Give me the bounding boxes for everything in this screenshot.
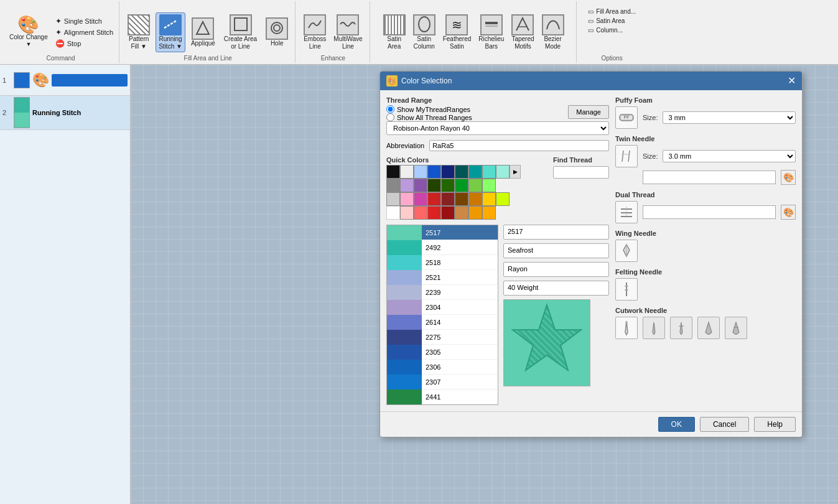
qc-cell[interactable] <box>496 165 510 179</box>
qc-cell[interactable] <box>414 165 427 179</box>
qc-cell[interactable] <box>468 165 482 179</box>
qc-cell[interactable] <box>468 206 482 220</box>
feathered-satin-button[interactable]: ≋ FeatheredSatin <box>440 12 475 52</box>
abbreviation-input[interactable] <box>429 140 609 151</box>
ok-button[interactable]: OK <box>658 417 695 432</box>
qc-cell[interactable] <box>427 206 441 220</box>
qc-cell[interactable] <box>414 192 427 206</box>
satin-area-button[interactable]: SatinArea <box>380 12 409 52</box>
color-list-item[interactable]: 2275 <box>387 330 498 345</box>
fill-area-option-button[interactable]: ▭ Fill Area and... <box>586 7 638 16</box>
cutwork-needle-icon-3[interactable] <box>670 317 692 339</box>
radio-my-thread[interactable]: Show MyThreadRanges <box>386 105 472 113</box>
tapered-motifs-button[interactable]: TaperedMotifs <box>508 12 537 52</box>
cutwork-needle-icon-2[interactable] <box>643 317 665 339</box>
cancel-button[interactable]: Cancel <box>700 417 749 432</box>
dual-thread-color-pick-button[interactable]: 🎨 <box>781 205 796 220</box>
qc-cell[interactable] <box>482 206 496 220</box>
pattern-fill-button[interactable]: PatternFill ▼ <box>124 12 153 52</box>
qc-cell[interactable] <box>468 179 482 192</box>
color-list-item[interactable]: 2614 <box>387 315 498 330</box>
emboss-line-button[interactable]: EmbossLine <box>300 12 329 52</box>
qc-cell[interactable] <box>400 206 414 220</box>
color-list-item[interactable]: 2517 <box>387 225 498 240</box>
multiwave-line-button[interactable]: MultiWaveLine <box>330 12 365 52</box>
stop-button[interactable]: ⛔ Stop <box>54 39 83 49</box>
qc-cell[interactable] <box>496 192 510 206</box>
cutwork-needle-icon-4[interactable] <box>697 317 720 339</box>
cutwork-needle-icon-button[interactable] <box>615 317 638 339</box>
qc-cell[interactable] <box>455 165 468 179</box>
qc-cell[interactable] <box>468 192 482 206</box>
qc-cell[interactable] <box>386 206 400 220</box>
qc-cell[interactable] <box>455 206 468 220</box>
color-list-item[interactable]: 2518 <box>387 255 498 270</box>
bezier-mode-button[interactable]: BezierMode <box>539 12 567 52</box>
color-list-item[interactable]: 2492 <box>387 240 498 255</box>
qc-cell[interactable] <box>427 179 441 192</box>
color-list-item[interactable]: 2304 <box>387 300 498 315</box>
qc-cell[interactable] <box>482 179 496 192</box>
felting-needle-icon-button[interactable] <box>615 278 638 301</box>
qc-cell[interactable] <box>386 165 400 179</box>
qc-cell[interactable] <box>482 165 496 179</box>
qc-cell[interactable] <box>441 179 455 192</box>
qc-cell[interactable] <box>441 165 455 179</box>
layer-row-1[interactable]: 1 🎨 <box>0 65 130 96</box>
qc-cell[interactable] <box>386 192 400 206</box>
puffy-foam-icon-button[interactable]: PF <box>615 106 638 129</box>
color-list-item[interactable]: 2239 <box>387 285 498 300</box>
twin-needle-size-dropdown[interactable]: 3.0 mm <box>663 150 796 162</box>
qc-cell[interactable] <box>427 192 441 206</box>
column-option-button[interactable]: ▭ Column... <box>586 26 638 34</box>
dialog-titlebar: 🎨 Color Selection ✕ <box>380 72 802 90</box>
qc-cell[interactable] <box>400 179 414 192</box>
qc-cell[interactable] <box>400 192 414 206</box>
cutwork-needle-icon-5[interactable] <box>725 317 747 339</box>
qc-cell[interactable] <box>455 192 468 206</box>
help-button[interactable]: Help <box>754 417 796 432</box>
dual-thread-icon-button[interactable] <box>615 201 638 223</box>
puffy-foam-size-dropdown[interactable]: 3 mm <box>663 111 796 124</box>
layer-swatch-1[interactable] <box>14 72 30 88</box>
qc-cell[interactable] <box>414 179 427 192</box>
create-area-line-button[interactable]: Create Areaor Line <box>221 12 260 52</box>
color-list-item[interactable]: 2307 <box>387 375 498 390</box>
dialog-close-button[interactable]: ✕ <box>788 76 796 86</box>
qc-cell[interactable] <box>441 192 455 206</box>
layer-swatch-2[interactable] <box>14 97 30 128</box>
manage-button[interactable]: Manage <box>568 105 609 119</box>
find-thread-input[interactable] <box>553 166 609 179</box>
thread-range-dropdown[interactable]: Robison-Anton Rayon 40 <box>386 121 609 135</box>
quick-colors-arrow[interactable]: ▶ <box>510 165 521 179</box>
color-list-item[interactable]: 2305 <box>387 345 498 360</box>
layer-row-2[interactable]: 2 Running Stitch <box>0 96 130 130</box>
alignment-stitch-button[interactable]: ✦ Alignment Stitch <box>54 27 115 37</box>
twin-needle-color-pick-button[interactable]: 🎨 <box>781 170 796 185</box>
qc-cell[interactable] <box>400 165 414 179</box>
qc-cell[interactable] <box>386 179 400 192</box>
applique-button[interactable]: Appliqué <box>188 12 218 52</box>
twin-needle-icon-button[interactable] <box>615 145 638 167</box>
satin-column-button[interactable]: SatinColumn <box>410 12 439 52</box>
color-list-item[interactable]: 2441 <box>387 390 498 404</box>
wing-needle-icon-button[interactable] <box>615 240 638 262</box>
radio-all-thread[interactable]: Show All Thread Ranges <box>386 113 472 121</box>
qc-cell[interactable] <box>427 165 441 179</box>
single-stitch-button[interactable]: ✦ Single Stitch <box>54 16 104 26</box>
twin-needle-color-input[interactable] <box>643 170 776 184</box>
color-list-item[interactable]: 2306 <box>387 360 498 375</box>
richelieu-bars-button[interactable]: RichelieuBars <box>475 12 507 52</box>
running-stitch-button[interactable]: RunningStitch ▼ <box>156 12 185 52</box>
qc-cell[interactable] <box>414 206 427 220</box>
qc-row-3 <box>386 192 548 206</box>
qc-cell[interactable] <box>455 179 468 192</box>
hole-button[interactable]: Hole <box>263 12 291 52</box>
dual-thread-color-input[interactable] <box>643 205 776 219</box>
color-list[interactable]: 2517 2492 2518 <box>387 225 498 404</box>
qc-cell[interactable] <box>441 206 455 220</box>
qc-cell[interactable] <box>482 192 496 206</box>
color-list-item[interactable]: 2521 <box>387 270 498 285</box>
satin-area-option-button[interactable]: ▭ Satin Area <box>586 17 638 25</box>
color-change-button[interactable]: 🎨 Color Change ▼ <box>6 12 51 52</box>
